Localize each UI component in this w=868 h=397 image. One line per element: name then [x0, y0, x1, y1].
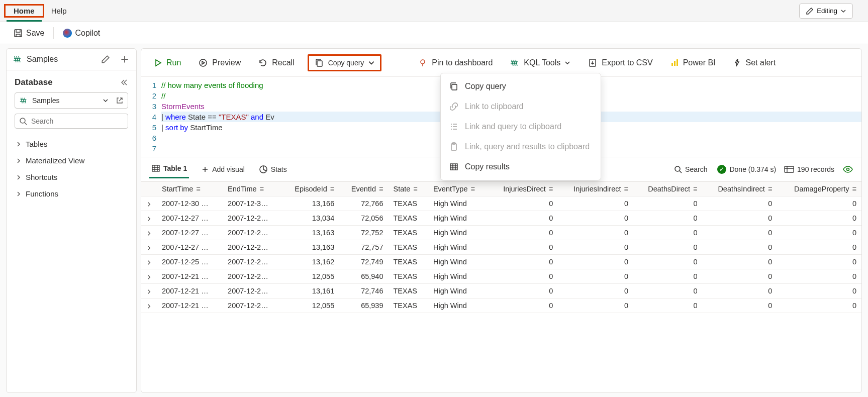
save-icon — [13, 28, 23, 38]
sidebar-search[interactable] — [15, 114, 128, 129]
recall-icon — [258, 58, 268, 68]
chevron-down-icon — [103, 97, 109, 104]
svg-rect-8 — [677, 59, 678, 66]
open-external-icon[interactable] — [116, 96, 124, 105]
sidebar-header: Samples — [7, 49, 136, 70]
preview-button[interactable]: Preview — [194, 55, 245, 71]
plus-icon[interactable] — [119, 54, 130, 65]
dd-link-clipboard: Link to clipboard — [441, 96, 601, 117]
powerbi-button[interactable]: Power BI — [666, 55, 720, 70]
tree-item-materialized-view[interactable]: Materialized View — [7, 152, 136, 169]
svg-rect-9 — [452, 84, 457, 90]
sidebar: Samples Database Samples Tables Material… — [6, 48, 137, 393]
results-table: StartTime≡EndTime≡EpisodeId≡EventId≡Stat… — [141, 181, 861, 313]
database-select[interactable]: Samples — [15, 92, 128, 109]
kql-icon — [19, 96, 28, 105]
editing-label: Editing — [817, 7, 837, 15]
dd-copy-results[interactable]: Copy results — [441, 157, 601, 177]
column-header[interactable]: EventType≡ — [428, 182, 489, 196]
dd-copy-query[interactable]: Copy query — [441, 76, 601, 96]
pin-icon — [418, 58, 428, 68]
content-panel: Run Preview Recall Copy query Pin to das… — [141, 48, 862, 393]
svg-rect-7 — [674, 61, 676, 66]
stats-icon — [259, 165, 268, 174]
table-row[interactable]: 2007-12-21 …2007-12-2…12,05565,939TEXASH… — [141, 299, 861, 313]
tree-item-tables[interactable]: Tables — [7, 136, 136, 152]
chevron-down-icon — [564, 60, 570, 66]
save-button[interactable]: Save — [8, 25, 49, 41]
export-csv-button[interactable]: Export to CSV — [584, 55, 656, 71]
copilot-button[interactable]: Copilot — [58, 26, 105, 41]
clipboard-icon — [449, 142, 459, 152]
column-header[interactable]: EpisodeId≡ — [281, 182, 339, 196]
column-header[interactable]: DeathsIndirect≡ — [703, 182, 778, 196]
results-table-wrap[interactable]: StartTime≡EndTime≡EpisodeId≡EventId≡Stat… — [141, 181, 861, 392]
save-label: Save — [26, 29, 44, 38]
tree-item-shortcuts[interactable]: Shortcuts — [7, 169, 136, 185]
table-row[interactable]: 2007-12-30 …2007-12-3…13,16672,766TEXASH… — [141, 196, 861, 211]
table-row[interactable]: 2007-12-21 …2007-12-2…13,16172,746TEXASH… — [141, 284, 861, 299]
run-button[interactable]: Run — [149, 55, 185, 70]
link-icon — [449, 102, 459, 112]
column-header[interactable]: DeathsDirect≡ — [633, 182, 703, 196]
copilot-label: Copilot — [75, 29, 100, 38]
home-tab-highlight: Home — [4, 4, 44, 18]
column-header[interactable]: DamageProperty≡ — [777, 182, 861, 196]
table-row[interactable]: 2007-12-21 …2007-12-2…12,05565,940TEXASH… — [141, 269, 861, 284]
alert-icon — [733, 58, 742, 67]
svg-rect-13 — [152, 165, 159, 171]
chevron-right-icon — [16, 174, 22, 180]
recall-button[interactable]: Recall — [254, 55, 298, 71]
eye-icon[interactable] — [842, 164, 853, 175]
table-row[interactable]: 2007-12-27 …2007-12-2…13,03472,056TEXASH… — [141, 211, 861, 226]
search-icon — [19, 117, 27, 125]
chevron-right-icon — [16, 141, 22, 147]
svg-point-4 — [421, 60, 425, 64]
pencil-icon[interactable] — [101, 55, 110, 64]
kql-tools-button[interactable]: KQL Tools — [506, 55, 574, 71]
column-header[interactable]: InjuriesDirect≡ — [489, 182, 558, 196]
svg-point-17 — [847, 168, 849, 170]
table-row[interactable]: 2007-12-27 …2007-12-2…13,16372,752TEXASH… — [141, 226, 861, 240]
record-count: 190 records — [784, 165, 834, 173]
tools-icon — [510, 58, 520, 68]
tab-help[interactable]: Help — [44, 2, 74, 20]
column-header[interactable]: StartTime≡ — [157, 182, 223, 196]
chevron-down-icon — [840, 8, 846, 14]
sidebar-tree: Tables Materialized View Shortcuts Funct… — [7, 133, 136, 205]
table-row[interactable]: 2007-12-25 …2007-12-2…13,16272,749TEXASH… — [141, 255, 861, 269]
table-row[interactable]: 2007-12-27 …2007-12-2…13,16372,757TEXASH… — [141, 240, 861, 255]
copy-query-dropdown: Copy query Link to clipboard Link and qu… — [440, 73, 601, 180]
column-header[interactable]: EventId≡ — [339, 182, 388, 196]
dd-link-and-query: Link and query to clipboard — [441, 117, 601, 137]
add-visual-button[interactable]: Add visual — [199, 161, 247, 177]
copilot-icon — [63, 29, 72, 38]
copy-icon — [314, 58, 324, 68]
column-header[interactable]: State≡ — [388, 182, 428, 196]
pin-to-dashboard-button[interactable]: Pin to dashboard — [414, 55, 497, 71]
sidebar-title: Samples — [27, 55, 97, 64]
column-header[interactable]: InjuriesIndirect≡ — [558, 182, 633, 196]
editor-gutter: 1234567 — [141, 77, 161, 157]
chevron-down-icon — [368, 59, 375, 66]
chevron-right-icon — [16, 191, 22, 197]
column-header[interactable]: EndTime≡ — [223, 182, 281, 196]
results-tab-table1[interactable]: Table 1 — [149, 160, 189, 178]
dd-link-query-results: Link, query and results to clipboard — [441, 137, 601, 157]
svg-point-15 — [675, 166, 680, 171]
svg-point-1 — [20, 118, 25, 123]
tree-item-functions[interactable]: Functions — [7, 185, 136, 202]
results-search-button[interactable]: Search — [672, 161, 709, 177]
copy-query-button[interactable]: Copy query — [308, 54, 382, 71]
preview-icon — [198, 58, 208, 68]
tab-home[interactable]: Home — [7, 2, 42, 22]
svg-rect-10 — [451, 144, 456, 150]
collapse-icon[interactable] — [119, 78, 128, 87]
stats-button[interactable]: Stats — [257, 161, 289, 178]
sidebar-search-input[interactable] — [31, 117, 124, 125]
editing-mode-button[interactable]: Editing — [799, 4, 853, 19]
pencil-icon — [806, 7, 814, 15]
search-icon — [674, 165, 682, 173]
query-toolbar: Run Preview Recall Copy query Pin to das… — [141, 49, 861, 77]
set-alert-button[interactable]: Set alert — [729, 55, 780, 70]
